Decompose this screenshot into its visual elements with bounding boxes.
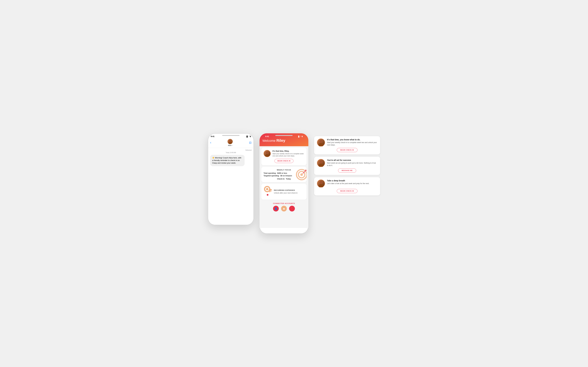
info-subtitle-2: Next week we are going to push just a bi… <box>327 162 377 167</box>
begin-checkin-button-1[interactable]: BEGIN CHECK-IN <box>275 159 294 163</box>
svg-point-6 <box>300 173 303 176</box>
svg-point-19 <box>320 181 323 184</box>
target-icon <box>295 168 307 181</box>
info-title-2: You're all set for success <box>327 159 377 161</box>
info-text-3: Take a deep breath Let's take a look at … <box>327 179 369 185</box>
svg-point-17 <box>320 160 323 163</box>
wifi-icon-2: ⌇ <box>301 135 301 137</box>
messages-phone: 9:41 ▐▌ ⌇ ▮ ‹ Aitza › ⊡ <box>208 133 254 225</box>
checkin-card-row: It's that time, Riley. Start your weekly… <box>264 150 304 157</box>
timestamp: Today 10:00 AM <box>210 152 251 153</box>
coach-avatar-1 <box>264 150 271 157</box>
checkin-subtitle: Start your weekly check-in to complete w… <box>272 153 304 157</box>
info-card-1: It's that time, you know what to do. Sta… <box>314 136 380 154</box>
svg-rect-11 <box>269 189 272 190</box>
info-card-3: Take a deep breath Let's take a look at … <box>314 177 380 195</box>
connected-section: CONNECTED ACCOUNTS 👤 ◉ ❓ <box>259 201 308 213</box>
message-bubble: ☀️ Morning! Coach Aitza here, with a fri… <box>210 155 245 166</box>
account-icon-1[interactable]: 👤 <box>273 206 279 211</box>
time-2: 9:41 <box>265 135 269 137</box>
svg-point-1 <box>228 142 232 144</box>
svg-point-20 <box>319 184 323 187</box>
info-btn-3[interactable]: BEGIN CHECK-IN <box>337 189 358 193</box>
checkin-card: It's that time, Riley. Start your weekly… <box>261 148 307 165</box>
delivered-label: Delivered <box>210 149 251 151</box>
battery-icon-2: ▮ <box>302 135 303 137</box>
checkin-card-text: It's that time, Riley. Start your weekly… <box>272 150 304 157</box>
right-panel: It's that time, you know what to do. Sta… <box>314 133 380 195</box>
info-title-1: It's that time, you know what to do. <box>327 139 377 141</box>
svg-point-16 <box>319 143 323 146</box>
welcome-text: Welcome Riley <box>262 138 305 143</box>
total-spending-label: Total spending: <box>264 172 276 174</box>
recurring-card: RECURRING EXPENSES Unlock after your nex… <box>261 184 307 200</box>
weekly-focus-card: WEEKLY FOCUS Total spending: $400 or les… <box>261 167 307 182</box>
messages-body: Delivered Today 10:00 AM ☀️ Morning! Coa… <box>208 148 254 167</box>
info-card-2-top: You're all set for success Next week we … <box>317 159 377 167</box>
connected-title: CONNECTED ACCOUNTS <box>261 203 307 204</box>
status-bar-1: 9:41 ▐▌ ⌇ ▮ <box>208 133 254 138</box>
messages-header: ‹ Aitza › ⊡ <box>208 138 254 148</box>
key-icon <box>264 186 272 197</box>
welcome-label: Welcome <box>262 139 276 142</box>
svg-point-10 <box>266 188 268 190</box>
wifi-icon: ⌇ <box>249 135 250 137</box>
svg-point-15 <box>320 140 323 143</box>
time-1: 9:41 <box>211 135 215 137</box>
info-card-1-top: It's that time, you know what to do. Sta… <box>317 139 377 147</box>
battery-icon: ▮ <box>250 135 251 137</box>
info-title-3: Take a deep breath <box>327 179 369 182</box>
svg-rect-12 <box>270 190 271 192</box>
svg-point-2 <box>266 151 268 154</box>
svg-rect-13 <box>269 190 270 192</box>
recurring-title: RECURRING EXPENSES <box>274 189 298 191</box>
account-icon-2[interactable]: ◉ <box>281 206 287 211</box>
recurring-subtitle: Unlock after your next check-in <box>274 192 298 194</box>
targeted-label: Targeted spending: <box>264 175 279 177</box>
status-icons-1: ▐▌ ⌇ ▮ <box>246 135 251 137</box>
info-btn-2[interactable]: MESSAGE ME <box>338 168 356 173</box>
contact-avatar <box>227 139 233 144</box>
app-phone: 9:41 ▐▌ ⌇ ▮ Welcome Riley <box>259 133 308 234</box>
coach-avatar-right-1 <box>317 139 325 147</box>
contact-info: Aitza › <box>227 139 233 146</box>
info-subtitle-3: Let's take a look at the past week and p… <box>327 182 369 185</box>
signal-icon: ▐▌ <box>246 136 248 137</box>
targeted-value: $0 on Amazon <box>280 175 292 177</box>
coach-avatar-right-2 <box>317 159 325 167</box>
account-icon-3[interactable]: ❓ <box>289 206 295 211</box>
info-card-2: You're all set for success Next week we … <box>314 157 380 175</box>
status-icons-2: ▐▌ ⌇ ▮ <box>298 135 303 137</box>
info-text-2: You're all set for success Next week we … <box>327 159 377 167</box>
svg-point-18 <box>319 164 323 167</box>
svg-point-14 <box>267 194 268 196</box>
account-icons: 👤 ◉ ❓ <box>261 206 307 211</box>
total-spending-value: $400 or less <box>277 172 287 174</box>
signal-icon-2: ▐▌ <box>298 136 300 137</box>
checkin-title: It's that time, Riley. <box>272 150 304 152</box>
user-name: Riley <box>276 138 285 143</box>
recurring-text: RECURRING EXPENSES Unlock after your nex… <box>274 189 298 194</box>
info-btn-1[interactable]: BEGIN CHECK-IN <box>337 148 358 152</box>
app-body[interactable]: It's that time, Riley. Start your weekly… <box>259 146 308 228</box>
app-header: 9:41 ▐▌ ⌇ ▮ Welcome Riley <box>259 133 308 146</box>
info-text-1: It's that time, you know what to do. Sta… <box>327 139 377 146</box>
scene: 9:41 ▐▌ ⌇ ▮ ‹ Aitza › ⊡ <box>208 133 380 234</box>
coach-avatar-right-3 <box>317 179 325 188</box>
checkin-day-value: Today <box>286 178 291 180</box>
contact-name: Aitza › <box>227 144 233 146</box>
checkin-day-label: Check-in: <box>277 178 285 180</box>
video-call-icon[interactable]: ⊡ <box>249 141 251 144</box>
info-subtitle-1: Start your weekly check-in to complete w… <box>327 141 377 146</box>
status-bar-2: 9:41 ▐▌ ⌇ ▮ <box>262 133 305 138</box>
svg-point-0 <box>229 140 231 142</box>
info-card-3-top: Take a deep breath Let's take a look at … <box>317 179 377 188</box>
svg-point-3 <box>265 154 269 157</box>
back-button[interactable]: ‹ <box>210 141 211 144</box>
